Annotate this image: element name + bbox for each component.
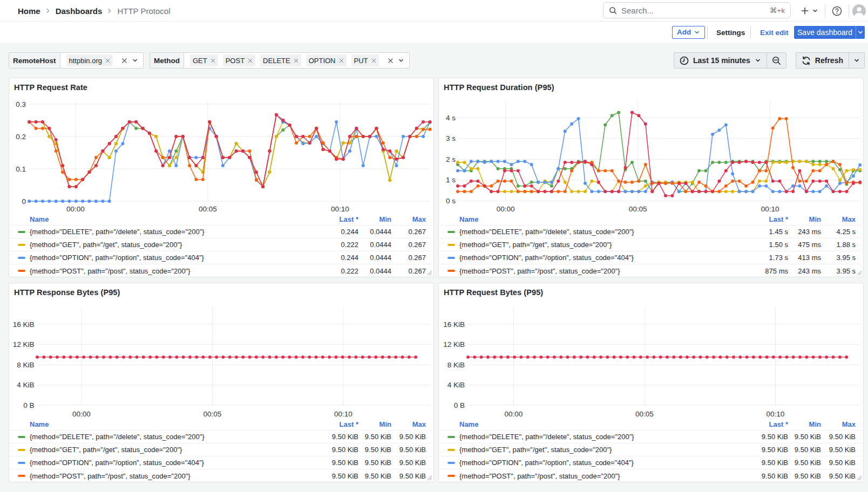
svg-text:00:05: 00:05	[635, 410, 654, 418]
svg-text:00:10: 00:10	[767, 410, 785, 418]
svg-text:00:10: 00:10	[761, 205, 779, 213]
svg-text:12 KiB: 12 KiB	[13, 340, 35, 348]
svg-text:8 KiB: 8 KiB	[17, 361, 34, 369]
svg-text:1 s: 1 s	[446, 176, 456, 184]
svg-text:4 KiB: 4 KiB	[447, 381, 465, 389]
svg-text:00:00: 00:00	[66, 205, 85, 213]
svg-text:16 KiB: 16 KiB	[13, 320, 35, 329]
svg-text:0 B: 0 B	[454, 401, 465, 409]
svg-text:0: 0	[22, 197, 26, 206]
svg-text:0 B: 0 B	[23, 401, 34, 409]
svg-text:12 KiB: 12 KiB	[443, 340, 465, 348]
svg-text:0.1: 0.1	[16, 165, 26, 173]
svg-text:3 s: 3 s	[446, 134, 456, 142]
svg-text:16 KiB: 16 KiB	[443, 320, 465, 329]
svg-text:8 KiB: 8 KiB	[447, 361, 465, 369]
svg-text:4 KiB: 4 KiB	[17, 381, 34, 389]
svg-text:00:05: 00:05	[204, 410, 222, 418]
svg-text:00:00: 00:00	[497, 205, 515, 213]
svg-text:0.3: 0.3	[16, 100, 26, 108]
svg-text:00:05: 00:05	[199, 205, 217, 213]
svg-text:0.2: 0.2	[16, 133, 26, 141]
svg-text:00:05: 00:05	[629, 205, 647, 213]
svg-text:00:00: 00:00	[72, 410, 91, 418]
svg-text:4 s: 4 s	[446, 114, 456, 122]
svg-text:0 s: 0 s	[446, 197, 456, 205]
svg-text:00:10: 00:10	[334, 410, 352, 418]
svg-text:2 s: 2 s	[446, 155, 456, 163]
svg-text:00:00: 00:00	[505, 410, 523, 418]
svg-text:00:10: 00:10	[331, 205, 349, 213]
